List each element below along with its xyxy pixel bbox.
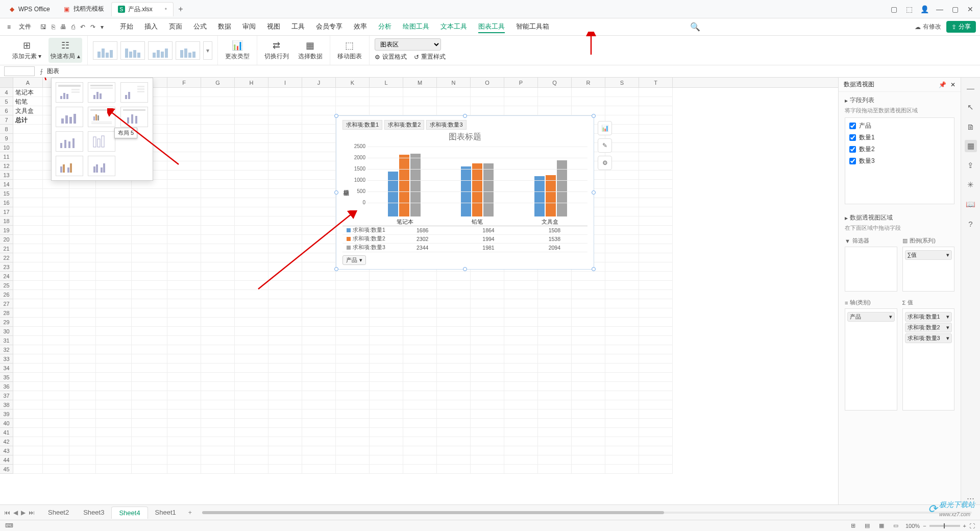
cell[interactable] xyxy=(43,419,69,428)
cell[interactable] xyxy=(403,419,437,428)
cell[interactable] xyxy=(471,106,504,115)
cell[interactable] xyxy=(201,446,235,455)
cell[interactable] xyxy=(538,437,572,446)
cell[interactable] xyxy=(639,115,673,125)
change-type-button[interactable]: 📊更改类型 xyxy=(223,38,252,63)
cell[interactable] xyxy=(235,364,268,373)
cell[interactable] xyxy=(403,400,437,409)
cell[interactable] xyxy=(336,336,370,345)
cell[interactable] xyxy=(201,364,235,373)
cell[interactable] xyxy=(370,318,403,327)
undo-icon[interactable]: ↶ xyxy=(80,23,85,31)
cell[interactable] xyxy=(201,97,235,106)
cell[interactable] xyxy=(437,97,471,106)
cell[interactable] xyxy=(336,318,370,327)
cell[interactable] xyxy=(639,253,673,262)
cell[interactable] xyxy=(605,391,639,400)
cell[interactable] xyxy=(132,226,167,235)
cell[interactable] xyxy=(504,318,538,327)
cell[interactable] xyxy=(370,437,403,446)
cell[interactable] xyxy=(69,281,96,290)
cell[interactable] xyxy=(605,207,639,216)
cell[interactable] xyxy=(639,455,673,465)
share-panel-icon[interactable]: ⇪ xyxy=(965,159,977,172)
cell[interactable] xyxy=(268,364,302,373)
cell[interactable] xyxy=(13,198,43,207)
cell[interactable] xyxy=(69,428,96,437)
layout-icon[interactable]: ▢ xyxy=(886,2,901,17)
row-header[interactable]: 45 xyxy=(0,465,13,474)
tab-drawing-tools[interactable]: 绘图工具 xyxy=(403,21,429,33)
cell[interactable] xyxy=(235,143,268,152)
cell[interactable] xyxy=(43,382,69,391)
col-header[interactable]: F xyxy=(167,78,201,87)
cell[interactable] xyxy=(471,345,504,354)
row-header[interactable]: 37 xyxy=(0,391,13,400)
cell[interactable] xyxy=(538,391,572,400)
cell[interactable] xyxy=(69,437,96,446)
cell[interactable] xyxy=(235,437,268,446)
cell[interactable] xyxy=(403,299,437,308)
cell[interactable] xyxy=(201,437,235,446)
cell[interactable] xyxy=(201,354,235,364)
cell[interactable] xyxy=(201,299,235,308)
cell[interactable] xyxy=(403,272,437,281)
cell[interactable] xyxy=(13,382,43,391)
cell[interactable] xyxy=(605,226,639,235)
cell[interactable] xyxy=(572,364,605,373)
row-header[interactable]: 14 xyxy=(0,180,13,189)
cell[interactable] xyxy=(167,364,201,373)
cell[interactable] xyxy=(13,299,43,308)
cell[interactable] xyxy=(235,180,268,189)
row-header[interactable]: 29 xyxy=(0,318,13,327)
cell[interactable] xyxy=(96,409,132,419)
cell[interactable] xyxy=(201,106,235,115)
cell[interactable] xyxy=(13,446,43,455)
cell[interactable] xyxy=(605,318,639,327)
cell[interactable] xyxy=(504,364,538,373)
cell[interactable] xyxy=(268,373,302,382)
cell[interactable] xyxy=(268,437,302,446)
template-tab[interactable]: ▣找稻壳模板 xyxy=(57,2,110,16)
help-icon[interactable]: ? xyxy=(965,218,977,230)
cell[interactable] xyxy=(268,336,302,345)
cell[interactable] xyxy=(639,272,673,281)
cell[interactable] xyxy=(268,290,302,299)
cell[interactable] xyxy=(167,428,201,437)
zoom-in-icon[interactable]: + xyxy=(963,523,966,529)
cell[interactable] xyxy=(302,455,336,465)
cell[interactable] xyxy=(235,226,268,235)
cell[interactable] xyxy=(471,382,504,391)
view-grid-icon[interactable]: ⊞ xyxy=(849,521,857,530)
cell[interactable] xyxy=(132,345,167,354)
cell[interactable] xyxy=(336,88,370,97)
redo-icon[interactable]: ↷ xyxy=(90,23,95,31)
cell[interactable] xyxy=(69,327,96,336)
col-header[interactable]: I xyxy=(268,78,302,87)
cell[interactable] xyxy=(572,437,605,446)
cell[interactable] xyxy=(13,327,43,336)
cell[interactable] xyxy=(268,216,302,226)
cell[interactable] xyxy=(639,152,673,161)
cell[interactable] xyxy=(471,88,504,97)
tab-efficiency[interactable]: 效率 xyxy=(354,21,367,33)
row-header[interactable]: 31 xyxy=(0,336,13,345)
cell[interactable] xyxy=(167,88,201,97)
cell[interactable] xyxy=(43,446,69,455)
pivot-chart[interactable]: 📊 ✎ ⚙ 求和项:数量1 求和项:数量2 求和项:数量3 图表标题 坐标轴标题… xyxy=(336,115,594,270)
cell[interactable] xyxy=(201,345,235,354)
cell[interactable] xyxy=(167,336,201,345)
cell[interactable] xyxy=(471,97,504,106)
cell[interactable] xyxy=(132,409,167,419)
row-header[interactable]: 27 xyxy=(0,299,13,308)
cell[interactable] xyxy=(471,354,504,364)
cell[interactable] xyxy=(167,327,201,336)
cell[interactable] xyxy=(235,345,268,354)
cell[interactable] xyxy=(235,152,268,161)
cell[interactable] xyxy=(572,465,605,474)
cell[interactable] xyxy=(572,272,605,281)
tab-formula[interactable]: 公式 xyxy=(193,21,207,33)
cell[interactable] xyxy=(235,189,268,198)
cell[interactable] xyxy=(403,354,437,364)
cell[interactable] xyxy=(639,364,673,373)
